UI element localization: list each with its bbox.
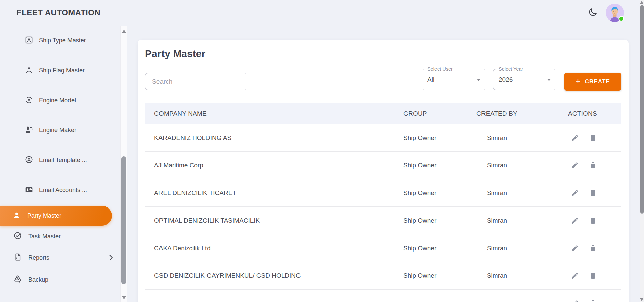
account-circle-icon	[25, 155, 33, 165]
cell-created-by: Simran	[447, 162, 547, 169]
trash-icon	[589, 244, 597, 252]
sidebar: Ship Type Master Ship Flag Master Engine…	[0, 26, 127, 302]
table-row: KARADENIZ HOLDING AS Ship Owner Simran	[145, 124, 621, 152]
table-row: GSD DENIZCILIK GAYRIMENKUL/ GSD HOLDING …	[145, 262, 621, 290]
table-row: AJ Maritime Corp Ship Owner Simran	[145, 152, 621, 179]
cell-created-by: Simran	[447, 134, 547, 142]
dark-mode-toggle[interactable]	[587, 7, 598, 18]
page-title: Party Master	[145, 47, 621, 61]
sidebar-item-email-accounts[interactable]: Email Accounts ...	[0, 175, 127, 205]
sidebar-scrollbar-thumb[interactable]	[121, 156, 126, 284]
task-check-icon	[13, 231, 22, 241]
trash-icon	[589, 134, 597, 142]
page-scrollbar-thumb[interactable]	[640, 5, 644, 214]
column-header-group: GROUP	[396, 110, 447, 117]
header-actions	[587, 4, 624, 22]
online-status-dot	[619, 16, 624, 21]
sidebar-item-label: Reports	[28, 254, 49, 261]
sidebar-scrollbar[interactable]	[120, 26, 127, 302]
user-avatar[interactable]	[606, 4, 624, 22]
delete-button[interactable]	[589, 189, 597, 197]
pencil-icon	[571, 217, 579, 225]
delete-button[interactable]	[589, 299, 597, 302]
sidebar-item-email-template[interactable]: Email Template ...	[0, 145, 127, 175]
scroll-down-arrow[interactable]	[122, 296, 126, 299]
trash-icon	[589, 189, 597, 197]
sidebar-item-ship-flag-master[interactable]: Ship Flag Master	[0, 55, 127, 85]
column-header-actions: ACTIONS	[547, 110, 621, 117]
table-row: CAKA Denizcilik Ltd Ship Owner Simran	[145, 234, 621, 262]
party-master-card: Party Master Select User All Select Year…	[138, 40, 629, 302]
trash-icon	[589, 299, 597, 302]
sidebar-item-label: Party Master	[27, 212, 61, 219]
cell-group: Ship Owner	[396, 272, 447, 279]
sidebar-item-backup[interactable]: Backup	[0, 268, 127, 292]
pencil-icon	[571, 272, 579, 280]
edit-button[interactable]	[571, 217, 579, 225]
delete-button[interactable]	[589, 134, 597, 142]
sidebar-item-engine-maker[interactable]: Engine Maker	[0, 115, 127, 145]
delete-button[interactable]	[589, 217, 597, 225]
party-table: COMPANY NAME GROUP CREATED BY ACTIONS KA…	[145, 103, 621, 302]
trash-icon	[589, 161, 597, 169]
backup-icon	[13, 275, 22, 285]
table-header-row: COMPANY NAME GROUP CREATED BY ACTIONS	[145, 103, 621, 124]
cell-group: Ship Owner	[396, 134, 447, 142]
select-year[interactable]: Select Year 2026	[493, 69, 556, 90]
cell-company-name: CAKA Denizcilik Ltd	[145, 244, 396, 252]
edit-button[interactable]	[571, 272, 579, 280]
cell-company-name: AREL DENIZCILIK TICARET	[145, 189, 396, 197]
sidebar-item-label: Ship Flag Master	[39, 67, 85, 74]
sidebar-item-label: Engine Maker	[39, 127, 76, 134]
trash-icon	[589, 272, 597, 280]
cell-group: Ship Owner	[396, 189, 447, 197]
select-user[interactable]: Select User All	[422, 69, 486, 90]
trash-icon	[589, 217, 597, 225]
select-user-label: Select User	[426, 66, 454, 72]
scroll-up-arrow[interactable]	[122, 30, 126, 33]
scroll-down-arrow[interactable]	[640, 298, 643, 301]
page-scrollbar[interactable]	[640, 0, 644, 302]
scroll-up-arrow[interactable]	[640, 1, 643, 4]
sidebar-item-task-master[interactable]: Task Master	[0, 226, 127, 247]
edit-button[interactable]	[571, 189, 579, 197]
sidebar-item-party-master[interactable]: Party Master	[0, 206, 112, 226]
search-input[interactable]	[145, 73, 247, 90]
select-year-label: Select Year	[497, 66, 525, 72]
table-controls: Select User All Select Year 2026 + CREAT…	[145, 69, 621, 90]
cell-created-by: Simran	[447, 272, 547, 279]
sidebar-item-reports[interactable]: Reports	[0, 247, 127, 268]
edit-button[interactable]	[571, 244, 579, 252]
cell-company-name: OPTIMAL DENIZCILIK TASIMACILIK	[145, 217, 396, 224]
select-year-value: 2026	[499, 76, 513, 83]
chevron-down-icon	[477, 79, 481, 81]
moon-icon	[588, 7, 598, 18]
sync-pin-icon	[25, 96, 33, 106]
edit-button[interactable]	[571, 299, 579, 302]
app-title: FLEET AUTOMATION	[16, 8, 100, 17]
table-row-partial	[145, 290, 621, 302]
edit-button[interactable]	[571, 161, 579, 169]
sidebar-item-ship-type-master[interactable]: Ship Type Master	[0, 26, 127, 55]
cell-company-name: GSD DENIZCILIK GAYRIMENKUL/ GSD HOLDING	[145, 272, 396, 279]
create-button[interactable]: + CREATE	[564, 73, 621, 91]
report-icon	[13, 253, 22, 263]
delete-button[interactable]	[589, 272, 597, 280]
create-button-label: CREATE	[585, 78, 610, 85]
sidebar-item-engine-model[interactable]: Engine Model	[0, 85, 127, 115]
sidebar-item-label: Engine Model	[39, 97, 76, 104]
person-flag-icon	[25, 66, 33, 76]
edit-button[interactable]	[571, 134, 579, 142]
cell-group: Ship Owner	[396, 244, 447, 252]
sidebar-item-label: Task Master	[28, 233, 61, 240]
delete-button[interactable]	[589, 161, 597, 169]
cell-created-by: Simran	[447, 244, 547, 252]
column-header-company-name: COMPANY NAME	[145, 110, 396, 117]
pencil-icon	[571, 244, 579, 252]
delete-button[interactable]	[589, 244, 597, 252]
pencil-icon	[571, 161, 579, 169]
table-row: OPTIMAL DENIZCILIK TASIMACILIK Ship Owne…	[145, 207, 621, 234]
contact-mail-icon	[25, 185, 33, 195]
chevron-down-icon	[547, 79, 551, 81]
pencil-icon	[571, 134, 579, 142]
